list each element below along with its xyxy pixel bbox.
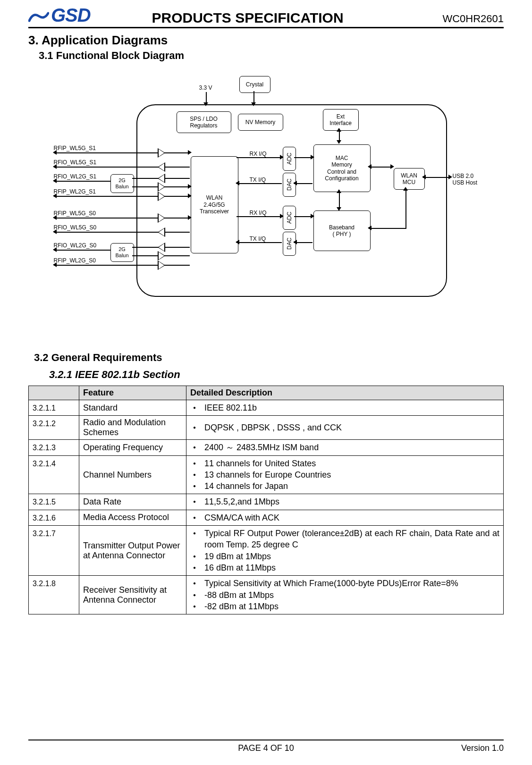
row-feature: Radio and Modulation Schemes (79, 416, 186, 440)
row-description: 11,5.5,2,and 1Mbps (186, 494, 504, 510)
row-feature: Channel Numbers (79, 455, 186, 494)
table-row: 3.2.1.1StandardIEEE 802.11b (29, 400, 504, 416)
block-nv-memory: NV Memory (238, 114, 283, 131)
label-txiq-2: TX I/Q (250, 235, 266, 242)
bullet-item: Typical RF Output Power (tolerance±2dB) … (190, 528, 499, 551)
label-txiq-1: TX I/Q (250, 177, 266, 183)
part-number: WC0HR2601 (442, 13, 504, 26)
bullet-item: 11 channels for United States (190, 458, 499, 469)
block-mac: MAC Memory Control and Configuration (313, 144, 371, 192)
rf-d: RFIP_WL2G_S1 (54, 188, 96, 195)
bullet-item: 19 dBm at 1Mbps (190, 551, 499, 562)
row-description: DQPSK , DBPSK , DSSS , and CCK (186, 416, 504, 440)
block-diagram: 3.3 V Crystal SPS / LDO Regulators NV Me… (54, 76, 479, 312)
row-id: 3.2.1.8 (29, 576, 79, 614)
label-rxiq-2: RX I/Q (250, 210, 267, 216)
table-row: 3.2.1.8Receiver Sensitivity at Antenna C… (29, 576, 504, 614)
section-3-2-1-heading: 3.2.1 IEEE 802.11b Section (49, 369, 504, 381)
table-row: 3.2.1.3Operating Frequency2400 ～ 2483.5M… (29, 440, 504, 455)
rf-a: RFIP_WL5G_S1 (54, 145, 96, 151)
col-description: Detailed Description (186, 386, 504, 400)
row-id: 3.2.1.1 (29, 400, 79, 416)
rf-h: RFIP_WL2G_S0 (54, 257, 96, 264)
row-feature: Data Rate (79, 494, 186, 510)
row-id: 3.2.1.7 (29, 526, 79, 576)
label-rxiq-1: RX I/Q (250, 151, 267, 157)
version-label: Version 1.0 (345, 743, 504, 753)
bullet-item: CSMA/CA with ACK (190, 512, 499, 523)
table-row: 3.2.1.6Media Access ProtocolCSMA/CA with… (29, 510, 504, 525)
row-description: CSMA/CA with ACK (186, 510, 504, 525)
block-wlan-mcu: WLAN MCU (394, 168, 425, 190)
rf-b: RFIO_WL5G_S1 (54, 159, 97, 166)
section-3-1-heading: 3.1 Functional Block Diagram (39, 50, 504, 62)
row-feature: Standard (79, 400, 186, 416)
row-description: IEEE 802.11b (186, 400, 504, 416)
row-description: Typical Sensitivity at Which Frame(1000-… (186, 576, 504, 614)
block-crystal: Crystal (239, 76, 270, 93)
section-3-2-heading: 3.2 General Requirements (34, 352, 504, 364)
bullet-item: -88 dBm at 1Mbps (190, 589, 499, 601)
label-usb: USB 2.0 USB Host (453, 173, 478, 186)
section-3-heading: 3. Application Diagrams (28, 33, 504, 48)
doc-title: PRODUCTS SPECIFICATION (53, 10, 443, 26)
row-feature: Transmitter Output Power at Antenna Conn… (79, 526, 186, 576)
page-number: PAGE 4 OF 10 (187, 743, 346, 753)
bullet-item: Typical Sensitivity at Which Frame(1000-… (190, 578, 499, 589)
table-row: 3.2.1.4Channel Numbers11 channels for Un… (29, 455, 504, 494)
table-row: 3.2.1.7Transmitter Output Power at Anten… (29, 526, 504, 576)
row-id: 3.2.1.4 (29, 455, 79, 494)
bullet-item: DQPSK , DBPSK , DSSS , and CCK (190, 422, 499, 433)
bullet-item: 14 channels for Japan (190, 480, 499, 492)
bullet-item: IEEE 802.11b (190, 402, 499, 413)
bullet-item: 13 channels for Europe Countries (190, 469, 499, 480)
row-feature: Media Access Protocol (79, 510, 186, 525)
bullet-item: 11,5.5,2,and 1Mbps (190, 496, 499, 507)
page-header: GSD PRODUCTS SPECIFICATION WC0HR2601 (28, 5, 504, 28)
rf-c: RFIO_WL2G_S1 (54, 173, 97, 180)
block-balun-1: 2G Balun (110, 174, 134, 193)
row-feature: Receiver Sensitivity at Antenna Connecto… (79, 576, 186, 614)
col-feature: Feature (79, 386, 186, 400)
block-adc-2: ADC (283, 206, 296, 230)
row-description: Typical RF Output Power (tolerance±2dB) … (186, 526, 504, 576)
row-description: 2400 ～ 2483.5MHz ISM band (186, 440, 504, 455)
swoosh-icon (28, 8, 49, 23)
label-3v3: 3.3 V (199, 84, 212, 91)
bullet-item: 16 dBm at 11Mbps (190, 562, 499, 573)
requirements-table: Feature Detailed Description 3.2.1.1Stan… (28, 386, 504, 614)
block-sps-ldo: SPS / LDO Regulators (177, 111, 231, 133)
row-id: 3.2.1.3 (29, 440, 79, 455)
rf-e: RFIP_WL5G_S0 (54, 210, 96, 217)
block-adc-1: ADC (283, 147, 296, 171)
page-footer: PAGE 4 OF 10 Version 1.0 (28, 740, 504, 753)
bullet-item: -82 dBm at 11Mbps (190, 601, 499, 612)
row-id: 3.2.1.2 (29, 416, 79, 440)
bullet-item: 2400 ～ 2483.5MHz ISM band (190, 442, 499, 453)
table-row: 3.2.1.2Radio and Modulation SchemesDQPSK… (29, 416, 504, 440)
rf-f: RFIO_WL5G_S0 (54, 224, 97, 231)
block-baseband: Baseband ( PHY ) (313, 210, 371, 251)
table-row: 3.2.1.5Data Rate11,5.5,2,and 1Mbps (29, 494, 504, 510)
row-description: 11 channels for United States13 channels… (186, 455, 504, 494)
row-id: 3.2.1.6 (29, 510, 79, 525)
row-id: 3.2.1.5 (29, 494, 79, 510)
rf-g: RFIO_WL2G_S0 (54, 242, 97, 249)
row-feature: Operating Frequency (79, 440, 186, 455)
block-transceiver: WLAN 2.4G/5G Transceiver (191, 156, 238, 253)
block-balun-2: 2G Balun (110, 243, 134, 262)
